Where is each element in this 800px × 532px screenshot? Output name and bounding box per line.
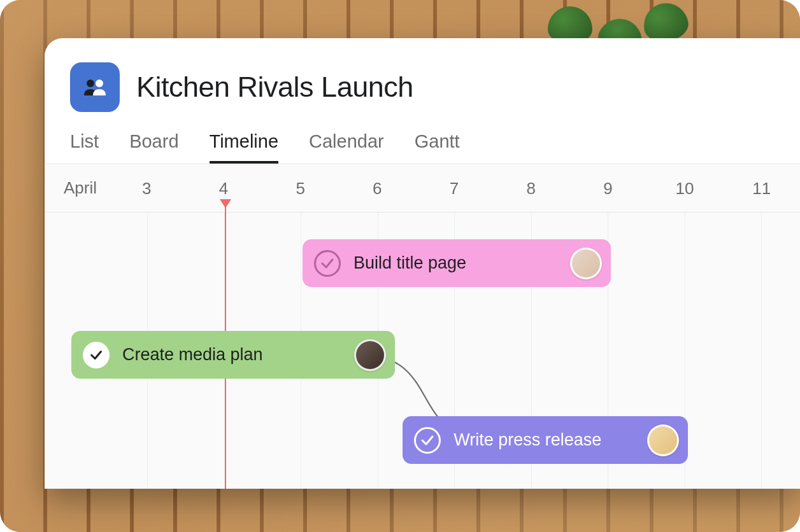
assignee-avatar[interactable] bbox=[570, 248, 602, 279]
check-icon bbox=[319, 255, 336, 272]
task-create-media-plan[interactable]: Create media plan bbox=[71, 331, 395, 379]
assignee-avatar[interactable] bbox=[354, 339, 386, 371]
date-col: 9 bbox=[569, 164, 646, 212]
date-col: 10 bbox=[646, 164, 724, 212]
project-header: Kitchen Rivals Launch bbox=[45, 38, 800, 112]
project-icon[interactable] bbox=[70, 62, 120, 112]
task-label: Write press release bbox=[454, 430, 634, 450]
check-icon bbox=[89, 347, 104, 363]
view-tabs: List Board Timeline Calendar Gantt bbox=[45, 112, 800, 164]
date-col: 6 bbox=[339, 164, 416, 212]
date-col: 7 bbox=[416, 164, 493, 212]
task-write-press-release[interactable]: Write press release bbox=[403, 416, 688, 464]
tab-board[interactable]: Board bbox=[129, 131, 178, 164]
task-label: Create media plan bbox=[122, 345, 341, 365]
date-col: 3 bbox=[108, 164, 185, 212]
timeline-date-header: April 3 4 5 6 7 8 9 10 11 bbox=[45, 164, 800, 213]
tasks-layer: Build title page Create media plan bbox=[45, 213, 800, 489]
tab-gantt[interactable]: Gantt bbox=[415, 131, 460, 164]
date-col: 8 bbox=[492, 164, 569, 212]
date-col: 11 bbox=[723, 164, 800, 212]
svg-point-0 bbox=[87, 80, 94, 87]
month-label: April bbox=[64, 178, 97, 198]
svg-point-1 bbox=[96, 80, 103, 87]
people-icon bbox=[82, 78, 108, 97]
date-columns: 3 4 5 6 7 8 9 10 11 bbox=[108, 164, 800, 212]
assignee-avatar[interactable] bbox=[647, 424, 679, 456]
task-complete-toggle[interactable] bbox=[414, 427, 441, 454]
task-build-title-page[interactable]: Build title page bbox=[303, 239, 611, 287]
task-complete-toggle[interactable] bbox=[83, 342, 110, 368]
tab-list[interactable]: List bbox=[70, 131, 99, 164]
app-window: Kitchen Rivals Launch List Board Timelin… bbox=[45, 38, 800, 489]
task-label: Build title page bbox=[354, 253, 557, 273]
tab-calendar[interactable]: Calendar bbox=[309, 131, 384, 164]
task-complete-toggle[interactable] bbox=[314, 250, 341, 277]
tab-timeline[interactable]: Timeline bbox=[210, 131, 279, 164]
date-col: 5 bbox=[262, 164, 339, 212]
timeline-view: April 3 4 5 6 7 8 9 10 11 bbox=[45, 164, 800, 489]
check-icon bbox=[419, 432, 436, 449]
project-title: Kitchen Rivals Launch bbox=[136, 71, 413, 104]
